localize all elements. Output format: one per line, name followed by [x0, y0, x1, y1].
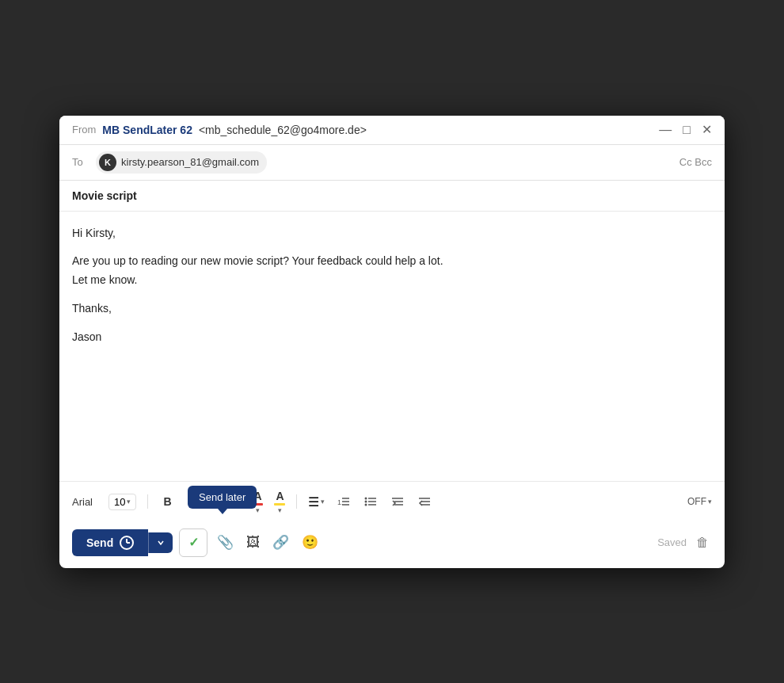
- highlight-bar: [274, 503, 285, 506]
- align-icon: ☰: [308, 494, 319, 509]
- highlight-chevron: ▾: [278, 506, 282, 514]
- off-chevron: ▾: [708, 498, 712, 506]
- sign-off: Thanks,: [72, 300, 712, 319]
- attach-button[interactable]: 📎: [214, 531, 237, 554]
- font-size-chevron: ▾: [127, 498, 131, 506]
- check-button[interactable]: ✓: [179, 528, 207, 557]
- ordered-list-icon: 1.: [337, 495, 350, 508]
- body-paragraph: Are you up to reading our new movie scri…: [72, 252, 712, 290]
- check-icon: ✓: [188, 535, 199, 550]
- recipient-avatar: K: [99, 154, 116, 171]
- align-button[interactable]: ☰ ▾: [305, 492, 328, 512]
- email-body[interactable]: Hi Kirsty, Are you up to reading our new…: [59, 212, 725, 481]
- off-label: OFF: [687, 496, 706, 507]
- close-button[interactable]: ✕: [702, 124, 712, 136]
- clock-icon: [120, 536, 134, 550]
- highlight-button[interactable]: A ▾: [271, 488, 288, 516]
- greeting: Hi Kirsty,: [72, 224, 712, 243]
- bold-button[interactable]: B: [156, 490, 178, 513]
- align-chevron: ▾: [321, 498, 325, 506]
- send-later-tooltip: Send later: [188, 486, 257, 509]
- subject-row: Movie script: [59, 181, 725, 212]
- signature: Jason: [72, 328, 712, 347]
- send-later-button[interactable]: [148, 532, 173, 553]
- body-line3: Let me know.: [72, 273, 138, 286]
- indent-increase-icon: [418, 495, 431, 508]
- font-size-picker[interactable]: 10 ▾: [108, 494, 136, 510]
- delete-button[interactable]: 🗑: [693, 532, 712, 553]
- cc-bcc-button[interactable]: Cc Bcc: [679, 156, 712, 168]
- from-label: From: [72, 124, 96, 135]
- compose-window: From MB SendLater 62 <mb_schedule_62@go4…: [59, 116, 725, 568]
- highlight-label: A: [276, 490, 284, 502]
- send-button[interactable]: Send: [72, 529, 148, 556]
- to-row: To K kirsty.pearson_81@gmail.com Cc Bcc: [59, 145, 725, 181]
- separator-1: [147, 494, 148, 509]
- action-bar: Send later Send ✓ 📎 🖼 🔗 🙂 Saved 🗑: [59, 522, 725, 568]
- send-button-group: Send: [72, 529, 173, 556]
- svg-point-4: [365, 498, 367, 500]
- indent-decrease-icon: [391, 495, 404, 508]
- bullet-list-button[interactable]: [360, 490, 382, 513]
- window-controls: — □ ✕: [659, 124, 712, 136]
- maximize-button[interactable]: □: [683, 124, 691, 136]
- body-line2: Are you up to reading our new movie scri…: [72, 254, 443, 267]
- indent-decrease-button[interactable]: [386, 490, 409, 513]
- sender-email: <mb_schedule_62@go4more.de>: [199, 124, 367, 136]
- link-button[interactable]: 🔗: [269, 531, 292, 554]
- svg-point-6: [365, 504, 367, 506]
- format-toolbar: Arial 10 ▾ B I U A ▾ A ▾ ☰ ▾ 1.: [59, 481, 725, 522]
- recipient-email: kirsty.pearson_81@gmail.com: [121, 156, 259, 168]
- send-later-tooltip-text: Send later: [199, 491, 245, 503]
- indent-increase-button[interactable]: [413, 490, 436, 513]
- font-color-chevron: ▾: [256, 506, 260, 514]
- sender-name: MB SendLater 62: [102, 124, 192, 136]
- emoji-button[interactable]: 🙂: [299, 531, 322, 554]
- image-button[interactable]: 🖼: [243, 532, 263, 554]
- send-later-chevron-icon: [157, 539, 165, 547]
- subject-text: Movie script: [72, 189, 137, 202]
- ordered-list-button[interactable]: 1.: [333, 490, 355, 513]
- minimize-button[interactable]: —: [659, 124, 672, 136]
- recipient-chip[interactable]: K kirsty.pearson_81@gmail.com: [96, 151, 267, 174]
- font-name: Arial: [72, 496, 104, 508]
- send-label: Send: [86, 536, 113, 549]
- font-size-value: 10: [114, 496, 125, 508]
- off-toggle[interactable]: OFF ▾: [687, 496, 712, 507]
- separator-3: [296, 494, 297, 509]
- svg-point-5: [365, 501, 367, 503]
- bullet-list-icon: [364, 495, 377, 508]
- saved-label: Saved: [657, 536, 687, 548]
- to-label: To: [72, 156, 88, 168]
- title-bar: From MB SendLater 62 <mb_schedule_62@go4…: [59, 116, 725, 145]
- from-row: From MB SendLater 62 <mb_schedule_62@go4…: [72, 124, 367, 136]
